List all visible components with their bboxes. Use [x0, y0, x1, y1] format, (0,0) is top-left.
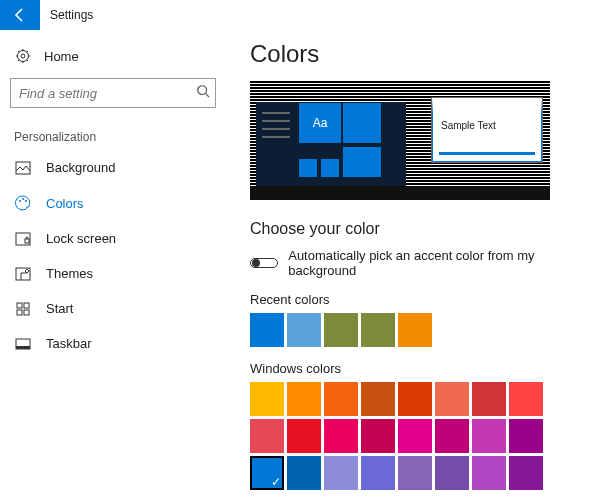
svg-rect-14	[24, 310, 29, 315]
svg-point-1	[21, 54, 25, 58]
recent-color-swatch[interactable]	[250, 313, 284, 347]
preview-tile: Aa	[298, 102, 342, 144]
windows-color-swatch[interactable]	[250, 382, 284, 416]
svg-rect-9	[25, 239, 29, 243]
svg-point-7	[25, 200, 27, 202]
titlebar: Settings	[0, 0, 600, 30]
lock-screen-icon	[14, 232, 32, 246]
svg-rect-11	[17, 303, 22, 308]
content: Colors Aa Sample Text Choose your color …	[230, 30, 600, 503]
nav-themes[interactable]: Themes	[10, 256, 220, 291]
svg-rect-16	[16, 346, 30, 349]
nav-start[interactable]: Start	[10, 291, 220, 326]
windows-color-swatch[interactable]	[287, 419, 321, 453]
sidebar: Home Personalization Background Colors L…	[0, 30, 230, 503]
windows-color-swatch[interactable]	[509, 382, 543, 416]
preview-tile	[320, 158, 340, 178]
picture-icon	[14, 161, 32, 175]
auto-pick-label: Automatically pick an accent color from …	[288, 248, 586, 278]
themes-icon	[14, 267, 32, 281]
windows-color-swatch[interactable]	[361, 456, 395, 490]
preview-navline	[262, 112, 290, 114]
nav-background[interactable]: Background	[10, 150, 220, 185]
recent-color-swatch[interactable]	[324, 313, 358, 347]
page-title: Colors	[250, 40, 586, 68]
section-label: Personalization	[10, 126, 230, 150]
palette-icon	[14, 195, 32, 211]
recent-colors-label: Recent colors	[250, 292, 586, 307]
windows-color-swatch[interactable]	[324, 456, 358, 490]
svg-line-3	[206, 94, 210, 98]
nav-list: Background Colors Lock screen Themes Sta…	[10, 150, 220, 361]
recent-color-swatch[interactable]	[398, 313, 432, 347]
windows-color-swatch[interactable]	[472, 419, 506, 453]
preview-navline	[262, 128, 290, 130]
nav-label: Start	[46, 301, 73, 316]
windows-color-swatch[interactable]	[472, 456, 506, 490]
preview-tile	[342, 146, 382, 178]
preview-accent-bar	[439, 152, 535, 155]
preview-tile	[298, 158, 318, 178]
arrow-left-icon	[12, 7, 28, 23]
nav-label: Colors	[46, 196, 84, 211]
recent-color-swatch[interactable]	[361, 313, 395, 347]
auto-pick-toggle[interactable]	[250, 258, 278, 268]
svg-rect-12	[24, 303, 29, 308]
start-icon	[14, 302, 32, 316]
preview-taskbar	[250, 186, 550, 200]
windows-color-swatch[interactable]	[398, 419, 432, 453]
windows-color-swatch[interactable]	[361, 382, 395, 416]
home-label: Home	[44, 49, 79, 64]
preview-sample-window: Sample Text	[432, 98, 542, 162]
choose-color-heading: Choose your color	[250, 220, 586, 238]
windows-color-swatch[interactable]	[435, 456, 469, 490]
windows-color-swatch[interactable]	[398, 382, 432, 416]
nav-taskbar[interactable]: Taskbar	[10, 326, 220, 361]
windows-color-swatch[interactable]	[324, 382, 358, 416]
preview-navline	[262, 136, 290, 138]
search-icon	[196, 84, 210, 98]
svg-point-6	[22, 198, 24, 200]
windows-color-swatch[interactable]	[287, 382, 321, 416]
nav-label: Themes	[46, 266, 93, 281]
windows-color-swatch[interactable]	[472, 382, 506, 416]
windows-color-swatch[interactable]	[361, 419, 395, 453]
nav-colors[interactable]: Colors	[10, 185, 220, 221]
windows-color-swatch[interactable]	[324, 419, 358, 453]
recent-color-swatch[interactable]	[287, 313, 321, 347]
taskbar-icon	[14, 338, 32, 350]
gear-icon	[14, 48, 32, 64]
svg-rect-13	[17, 310, 22, 315]
windows-color-swatch[interactable]	[250, 456, 284, 490]
windows-color-swatch[interactable]	[250, 419, 284, 453]
windows-colors-label: Windows colors	[250, 361, 586, 376]
svg-point-2	[198, 86, 207, 95]
windows-color-swatch[interactable]	[287, 456, 321, 490]
nav-lock-screen[interactable]: Lock screen	[10, 221, 220, 256]
svg-point-5	[19, 200, 21, 202]
home-nav[interactable]: Home	[10, 40, 230, 78]
preview-navline	[262, 120, 290, 122]
windows-colors-palette	[250, 382, 586, 490]
windows-color-swatch[interactable]	[509, 456, 543, 490]
windows-color-swatch[interactable]	[435, 382, 469, 416]
window-title: Settings	[40, 8, 93, 22]
search-box[interactable]	[10, 78, 216, 108]
windows-color-swatch[interactable]	[435, 419, 469, 453]
back-button[interactable]	[0, 0, 40, 30]
windows-color-swatch[interactable]	[398, 456, 432, 490]
nav-label: Taskbar	[46, 336, 92, 351]
nav-label: Lock screen	[46, 231, 116, 246]
nav-label: Background	[46, 160, 115, 175]
auto-pick-row: Automatically pick an accent color from …	[250, 248, 586, 278]
preview-sample-text: Sample Text	[441, 120, 496, 131]
desktop-preview: Aa Sample Text	[250, 80, 550, 200]
preview-tile	[342, 102, 382, 144]
windows-color-swatch[interactable]	[509, 419, 543, 453]
recent-colors	[250, 313, 586, 347]
search-input[interactable]	[10, 78, 216, 108]
